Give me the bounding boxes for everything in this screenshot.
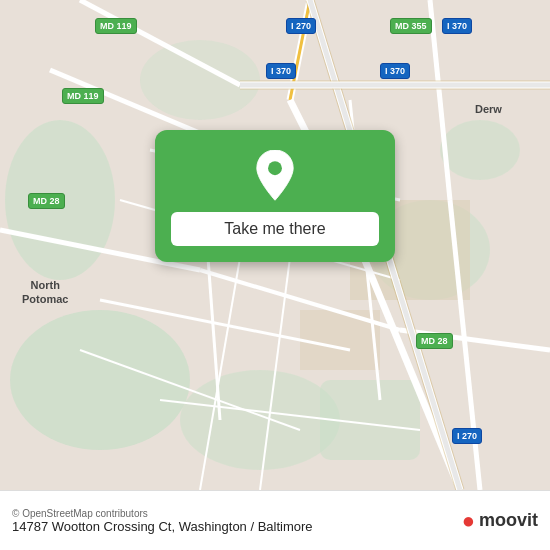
svg-point-38 <box>268 161 282 175</box>
bottom-left: © OpenStreetMap contributors 14787 Woott… <box>12 508 313 534</box>
svg-point-6 <box>140 40 260 120</box>
moovit-logo: ● moovit <box>462 508 538 534</box>
badge-md28-right: MD 28 <box>416 333 453 349</box>
svg-point-4 <box>180 370 340 470</box>
badge-md119-mid: MD 119 <box>62 88 104 104</box>
badge-md355: MD 355 <box>390 18 432 34</box>
take-me-there-button[interactable]: Take me there <box>171 212 379 246</box>
place-derwood: Derw <box>475 103 502 115</box>
badge-md119-top: MD 119 <box>95 18 137 34</box>
badge-i270-top: I 270 <box>286 18 316 34</box>
address-text: 14787 Wootton Crossing Ct, Washington / … <box>12 519 313 534</box>
moovit-dot: ● <box>462 508 475 534</box>
place-north-potomac: NorthPotomac <box>22 278 68 307</box>
svg-point-7 <box>440 120 520 180</box>
badge-i370-left: I 370 <box>442 18 472 34</box>
badge-md28-left: MD 28 <box>28 193 65 209</box>
badge-i370-mid2: I 370 <box>380 63 410 79</box>
overlay-card: Take me there <box>155 130 395 262</box>
badge-i370-mid1: I 370 <box>266 63 296 79</box>
bottom-bar: © OpenStreetMap contributors 14787 Woott… <box>0 490 550 550</box>
location-pin-icon <box>249 150 301 202</box>
map-container: MD 119 MD 119 MD 28 MD 28 I 270 I 370 I … <box>0 0 550 490</box>
badge-i270-btm: I 270 <box>452 428 482 444</box>
moovit-text: moovit <box>479 510 538 531</box>
copyright-text: © OpenStreetMap contributors <box>12 508 313 519</box>
